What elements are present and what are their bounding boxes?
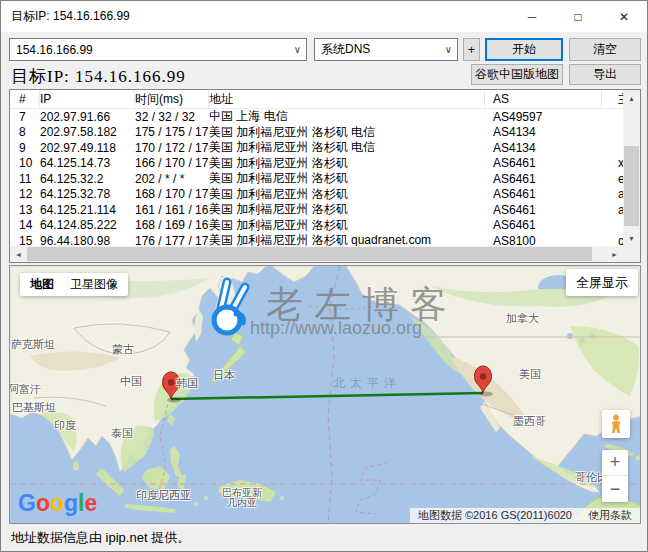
cell-time: 168 / 169 / 169: [135, 218, 209, 232]
table-row[interactable]: 11 64.125.32.2 202 / * / * 美国 加利福尼亚州 洛杉矶…: [10, 171, 623, 187]
google-cn-map-button[interactable]: 谷歌中国版地图: [471, 64, 563, 85]
column-header-address[interactable]: 地址: [209, 90, 485, 108]
terms-of-use-link[interactable]: 使用条款: [588, 508, 632, 523]
cell-index: 11: [19, 172, 40, 186]
target-ip-label: 目标IP: 154.16.166.99: [11, 64, 186, 88]
ip-input[interactable]: 154.16.166.99 ∨: [9, 38, 307, 61]
table-row[interactable]: 10 64.125.14.73 166 / 170 / 175 美国 加利福尼亚…: [10, 156, 623, 172]
table-row[interactable]: 13 64.125.21.114 161 / 161 / 161 美国 加利福尼…: [10, 202, 623, 218]
cell-as: AS4134: [485, 141, 602, 155]
cell-as: AS6461: [485, 156, 602, 170]
map-data-copyright: 地图数据 ©2016 GS(2011)6020: [418, 508, 572, 523]
cell-time: 170 / 172 / 174: [135, 141, 209, 155]
map-label-japan: 日本: [213, 368, 235, 383]
map-type-satellite-button[interactable]: 卫星图像: [70, 276, 118, 293]
map-label-korea: 韩国: [176, 376, 198, 391]
cell-as: AS6461: [485, 187, 602, 201]
map-label-india: 印度: [54, 418, 76, 433]
app-window: 目标IP: 154.16.166.99 ─ □ ✕ 154.16.166.99 …: [0, 0, 648, 552]
column-header-index[interactable]: #: [19, 90, 40, 108]
cell-index: 14: [19, 218, 40, 232]
cell-address: 美国 加利福尼亚州 洛杉矶: [209, 186, 485, 203]
zoom-out-button[interactable]: −: [602, 476, 628, 502]
column-header-as[interactable]: AS: [485, 90, 602, 108]
cell-ip: 64.124.85.222: [40, 218, 135, 232]
cell-time: 176 / 177 / 179: [135, 234, 209, 246]
cell-host: et-3: [602, 172, 623, 186]
minimize-button[interactable]: ─: [509, 1, 555, 32]
table-row[interactable]: 15 96.44.180.98 176 / 177 / 179 美国 加利福尼亚…: [10, 233, 623, 246]
cell-ip: 202.97.58.182: [40, 125, 135, 139]
map-label-indonesia: 印度尼西亚: [136, 488, 191, 503]
cell-ip: 64.125.21.114: [40, 203, 135, 217]
map-type-map-button[interactable]: 地图: [30, 276, 54, 293]
table-row[interactable]: 14 64.124.85.222 168 / 169 / 169 美国 加利福尼…: [10, 218, 623, 234]
google-logo[interactable]: Google: [18, 490, 97, 517]
column-header-ip[interactable]: IP: [40, 90, 135, 108]
pegman-button[interactable]: [602, 410, 630, 438]
titlebar: 目标IP: 154.16.166.99 ─ □ ✕: [1, 1, 647, 32]
maximize-button[interactable]: □: [555, 1, 601, 32]
cell-as: AS8100: [485, 234, 602, 246]
cell-time: 175 / 175 / 178: [135, 125, 209, 139]
cell-time: 32 / 32 / 32: [135, 110, 209, 124]
table-body: 7 202.97.91.66 32 / 32 / 32 中国 上海 电信 AS4…: [10, 109, 623, 246]
table-row[interactable]: 12 64.125.32.78 168 / 170 / 179 美国 加利福尼亚…: [10, 187, 623, 203]
cell-address: 美国 加利福尼亚州 洛杉矶: [209, 217, 485, 234]
cell-time: 161 / 161 / 161: [135, 203, 209, 217]
column-header-host[interactable]: 主机: [602, 90, 623, 108]
zoom-in-button[interactable]: +: [602, 450, 628, 476]
cell-ip: 64.125.32.2: [40, 172, 135, 186]
trace-table: # IP 时间(ms) 地址 AS 主机 7 202.97.91.66 32 /…: [9, 89, 641, 263]
map-attribution: 地图数据 ©2016 GS(2011)6020 使用条款: [410, 508, 640, 523]
table-row[interactable]: 7 202.97.91.66 32 / 32 / 32 中国 上海 电信 AS4…: [10, 109, 623, 125]
cell-as: AS6461: [485, 218, 602, 232]
cell-host: colo: [602, 234, 623, 246]
scroll-down-icon[interactable]: ▼: [623, 230, 640, 246]
cell-as: AS6461: [485, 172, 602, 186]
status-text: 地址数据信息由 ipip.net 提供。: [11, 529, 190, 547]
window-title: 目标IP: 154.16.166.99: [11, 1, 130, 32]
cell-ip: 202.97.49.118: [40, 141, 135, 155]
cell-as: AS6461: [485, 203, 602, 217]
cell-address: 美国 加利福尼亚州 洛杉矶 quadranet.com: [209, 232, 485, 246]
cell-time: 166 / 170 / 175: [135, 156, 209, 170]
close-button[interactable]: ✕: [601, 1, 647, 32]
scroll-right-icon[interactable]: ►: [606, 246, 623, 262]
dns-dropdown-icon[interactable]: ∨: [445, 44, 452, 55]
scroll-left-icon[interactable]: ◄: [10, 246, 27, 262]
scroll-up-icon[interactable]: ▲: [623, 90, 640, 106]
export-button[interactable]: 导出: [569, 64, 641, 85]
minimize-icon: ─: [528, 10, 537, 24]
vertical-scroll-thumb[interactable]: [624, 146, 639, 226]
cell-ip: 64.125.32.78: [40, 187, 135, 201]
add-button[interactable]: +: [463, 38, 480, 61]
cell-index: 10: [19, 156, 40, 170]
vertical-scrollbar: ▲ ▼: [623, 90, 640, 246]
cell-time: 202 / * / *: [135, 172, 209, 186]
map-label-pacific-ocean: 北太平洋: [333, 375, 401, 392]
cell-index: 7: [19, 110, 40, 124]
column-header-time[interactable]: 时间(ms): [135, 90, 209, 108]
map-label-kazakhstan: 哈萨克斯坦: [9, 337, 55, 352]
cell-address: 美国 加利福尼亚州 洛杉矶: [209, 170, 485, 187]
table-row[interactable]: 9 202.97.49.118 170 / 172 / 174 美国 加利福尼亚…: [10, 140, 623, 156]
cell-index: 9: [19, 141, 40, 155]
status-bar: 地址数据信息由 ipip.net 提供。: [1, 524, 647, 552]
dns-select[interactable]: 系统DNS ∨: [314, 38, 458, 61]
map-canvas[interactable]: 哈萨克斯坦 蒙古 中国 韩国 日本 阿富汗 巴基斯坦 印度 泰国 印度尼西亚 巴…: [9, 265, 641, 524]
horizontal-scroll-thumb[interactable]: [27, 247, 592, 261]
table-row[interactable]: 8 202.97.58.182 175 / 175 / 178 美国 加利福尼亚…: [10, 125, 623, 141]
cell-index: 8: [19, 125, 40, 139]
start-button[interactable]: 开始: [485, 38, 563, 61]
ip-input-value: 154.16.166.99: [16, 43, 93, 57]
maximize-icon: □: [574, 10, 581, 24]
map-label-papua-line2: 几内亚: [227, 497, 257, 508]
cell-index: 12: [19, 187, 40, 201]
zoom-control: + −: [602, 450, 628, 502]
fullscreen-button[interactable]: 全屏显示: [566, 269, 638, 296]
ip-dropdown-icon[interactable]: ∨: [294, 44, 301, 55]
clear-button[interactable]: 清空: [569, 38, 641, 61]
watermark: 老左博客 http://www.laozuo.org: [206, 276, 252, 342]
watermark-url: http://www.laozuo.org: [250, 318, 422, 339]
